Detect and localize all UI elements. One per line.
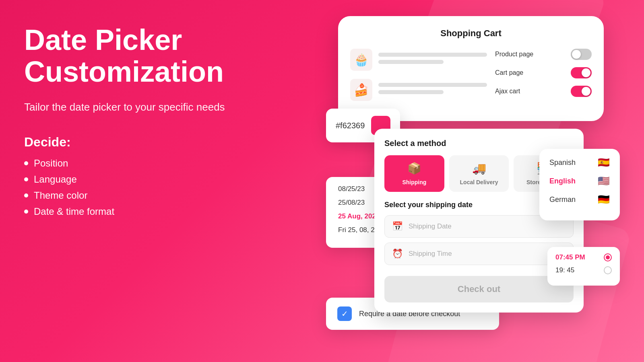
calendar-icon: 📅 — [392, 221, 403, 232]
shipping-time-input[interactable]: ⏰ Shipping Time — [384, 243, 574, 265]
bullet-dot — [24, 177, 28, 181]
subtitle: Tailor the date picker to your specific … — [24, 100, 258, 114]
shipping-date-placeholder: Shipping Date — [409, 222, 452, 230]
toggle-panel: Product page Cart page Ajax cart — [495, 49, 592, 109]
toggle-label-product: Product page — [495, 51, 533, 58]
time-option-12h[interactable]: 07:45 PM — [555, 253, 612, 261]
bullet-item: Position — [24, 158, 258, 169]
time-value-12h: 07:45 PM — [555, 253, 585, 261]
bullet-item: Date & time format — [24, 206, 258, 217]
lang-option-english[interactable]: English 🇺🇸 — [549, 175, 610, 187]
lang-name-english: English — [549, 177, 576, 185]
product-page-toggle[interactable] — [571, 49, 592, 60]
cart-item-lines — [378, 83, 487, 97]
date-format-text-active: 25 Aug, 2023 — [338, 212, 380, 220]
toggle-label-cart: Cart page — [495, 69, 523, 76]
cart-item-lines — [378, 53, 487, 67]
delivery-icon: 🚚 — [472, 162, 486, 175]
checkbox-icon[interactable]: ✓ — [337, 306, 352, 321]
select-method-title: Select a method — [384, 139, 574, 148]
cart-line-short — [378, 90, 444, 94]
cart-title: Shopping Cart — [350, 28, 592, 39]
main-card-area: Shopping Cart 🧁 🍰 — [326, 16, 620, 346]
decide-heading: Decide: — [24, 135, 258, 150]
cart-line-short — [378, 60, 444, 64]
english-flag: 🇺🇸 — [598, 175, 610, 187]
time-radio-24h[interactable] — [604, 266, 612, 274]
shopping-cart-card: Shopping Cart 🧁 🍰 — [338, 16, 604, 121]
time-radio-12h[interactable] — [604, 253, 612, 261]
ajax-cart-toggle[interactable] — [571, 86, 592, 97]
time-option-24h[interactable]: 19: 45 — [555, 266, 612, 274]
cart-item-image: 🧁 — [350, 49, 372, 71]
main-title: Date Picker Customization — [24, 24, 258, 88]
title-line2: Customization — [24, 56, 224, 88]
toggle-row-product: Product page — [495, 49, 592, 60]
lang-name-german: German — [549, 195, 576, 204]
date-format-text: 08/25/23 — [338, 185, 365, 193]
lang-name-spanish: Spanish — [549, 158, 576, 167]
bullet-dot — [24, 193, 28, 197]
cart-items: 🧁 🍰 — [350, 49, 487, 109]
shipping-label: Shipping — [402, 179, 426, 185]
toggle-knob — [582, 68, 590, 77]
bullet-dot — [24, 161, 28, 165]
cart-content: 🧁 🍰 Product page — [350, 49, 592, 109]
time-panel: 07:45 PM 19: 45 — [547, 247, 620, 286]
toggle-label-ajax: Ajax cart — [495, 88, 520, 95]
clock-icon: ⏰ — [392, 249, 403, 259]
german-flag: 🇩🇪 — [598, 194, 610, 205]
left-panel: Date Picker Customization Tailor the dat… — [24, 24, 258, 222]
local-delivery-method-btn[interactable]: 🚚 Local Delivery — [449, 155, 509, 192]
lang-option-german[interactable]: German 🇩🇪 — [549, 194, 610, 205]
bullet-list: Position Language Theme color Date & tim… — [24, 158, 258, 217]
toggle-row-ajax: Ajax cart — [495, 86, 592, 97]
cart-line — [378, 83, 487, 87]
shipping-icon: 📦 — [407, 162, 421, 175]
cart-page-toggle[interactable] — [571, 67, 592, 78]
bullet-dot — [24, 210, 28, 214]
shipping-time-placeholder: Shipping Time — [409, 250, 452, 258]
bullet-item: Theme color — [24, 190, 258, 201]
spanish-flag: 🇪🇸 — [598, 157, 610, 168]
bullet-item: Language — [24, 174, 258, 185]
shipping-method-btn[interactable]: 📦 Shipping — [384, 155, 444, 192]
cart-item-image: 🍰 — [350, 79, 372, 101]
date-format-text: Fri 25, 08, 23 — [338, 226, 378, 234]
title-line1: Date Picker — [24, 24, 182, 56]
checkout-button[interactable]: Check out — [384, 276, 574, 302]
toggle-knob — [572, 50, 581, 59]
date-format-text: 25/08/23 — [338, 199, 365, 207]
toggle-knob — [582, 87, 590, 96]
toggle-row-cart: Cart page — [495, 67, 592, 78]
language-panel: Spanish 🇪🇸 English 🇺🇸 German 🇩🇪 — [539, 149, 620, 220]
time-value-24h: 19: 45 — [555, 266, 574, 274]
color-hex-value: #f62369 — [336, 121, 365, 130]
cart-line — [378, 53, 487, 57]
local-delivery-label: Local Delivery — [460, 179, 498, 185]
cart-item: 🧁 — [350, 49, 487, 71]
cart-item: 🍰 — [350, 79, 487, 101]
lang-option-spanish[interactable]: Spanish 🇪🇸 — [549, 157, 610, 168]
